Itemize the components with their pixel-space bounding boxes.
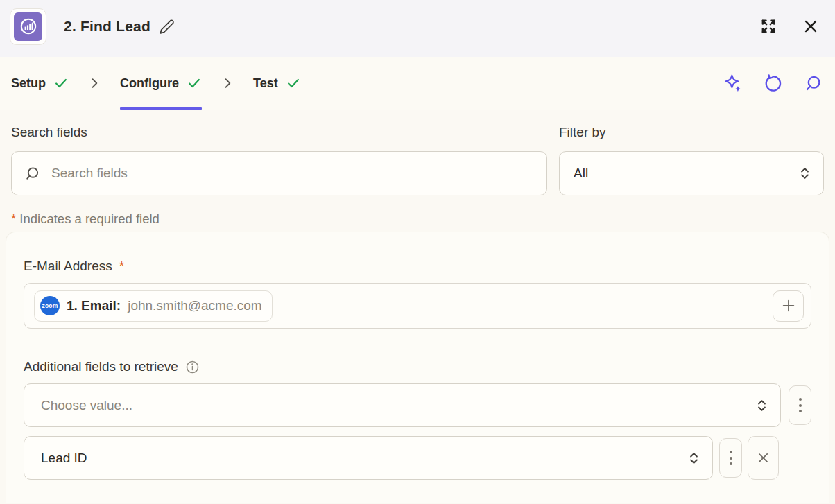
tab-setup-label: Setup (11, 76, 46, 91)
token-value: john.smith@acme.com (128, 298, 262, 313)
search-icon (24, 166, 40, 182)
fields-card: E-Mail Address * zoom 1. Email: john.smi… (6, 232, 829, 503)
step-progress-bar: Setup Configure Test (0, 57, 835, 110)
email-address-label-text: E-Mail Address (24, 259, 112, 274)
remove-value-button[interactable] (748, 436, 779, 480)
select-chevrons-icon (798, 166, 812, 181)
choose-value-select[interactable]: Choose value... (24, 383, 781, 427)
step-header: 2. Find Lead (0, 0, 835, 57)
tab-configure[interactable]: Configure (120, 57, 202, 110)
close-icon[interactable] (800, 16, 821, 37)
filter-by-select[interactable]: All (559, 151, 824, 195)
additional-fields-label: Additional fields to retrieve (24, 359, 811, 374)
check-icon (53, 76, 69, 91)
expand-icon[interactable] (757, 15, 780, 37)
edit-title-icon[interactable] (159, 19, 175, 35)
choose-value-placeholder: Choose value... (41, 398, 132, 413)
search-fields-input[interactable]: Search fields (11, 151, 547, 195)
email-address-field[interactable]: zoom 1. Email: john.smith@acme.com (24, 283, 811, 329)
zoom-app-icon: zoom (40, 296, 60, 315)
search-input-placeholder: Search fields (51, 166, 128, 181)
required-note-text: Indicates a required field (19, 211, 160, 226)
search-filter-row: Search fields Search fields Filter by Al… (0, 110, 835, 195)
additional-fields-label-text: Additional fields to retrieve (24, 359, 178, 374)
lead-id-value: Lead ID (41, 451, 87, 466)
ai-sparkle-icon[interactable] (722, 73, 743, 94)
tab-configure-label: Configure (120, 76, 179, 91)
configure-panel: Search fields Search fields Filter by Al… (0, 110, 835, 504)
chevron-right-icon (87, 76, 101, 90)
required-asterisk: * (11, 211, 16, 226)
required-field-note: * Indicates a required field (11, 211, 824, 227)
marketo-logo-icon (14, 12, 42, 41)
step-title: 2. Find Lead (64, 18, 150, 35)
select-chevrons-icon (755, 398, 769, 412)
select-chevrons-icon (687, 451, 701, 465)
choose-value-row: Choose value... (24, 383, 811, 427)
chevron-right-icon (221, 76, 234, 90)
check-icon (286, 76, 301, 91)
tab-test[interactable]: Test (253, 57, 301, 110)
mapped-field-token[interactable]: zoom 1. Email: john.smith@acme.com (34, 290, 273, 322)
email-address-label: E-Mail Address * (24, 259, 811, 274)
kebab-menu-icon[interactable] (789, 385, 811, 425)
search-fields-label: Search fields (11, 125, 547, 140)
required-asterisk: * (119, 259, 124, 274)
kebab-menu-icon[interactable] (719, 438, 742, 478)
lead-id-row: Lead ID (24, 436, 811, 480)
check-icon (187, 76, 202, 91)
search-icon[interactable] (802, 73, 824, 94)
filter-by-value: All (574, 166, 588, 181)
tab-setup[interactable]: Setup (11, 57, 69, 110)
tab-test-label: Test (253, 76, 278, 91)
lead-id-select[interactable]: Lead ID (24, 436, 713, 480)
filter-by-label: Filter by (559, 125, 824, 140)
info-icon[interactable] (185, 360, 200, 374)
token-label: 1. Email: (67, 298, 121, 313)
app-icon-frame (10, 8, 46, 45)
add-value-button[interactable] (773, 290, 804, 322)
refresh-icon[interactable] (762, 73, 784, 94)
